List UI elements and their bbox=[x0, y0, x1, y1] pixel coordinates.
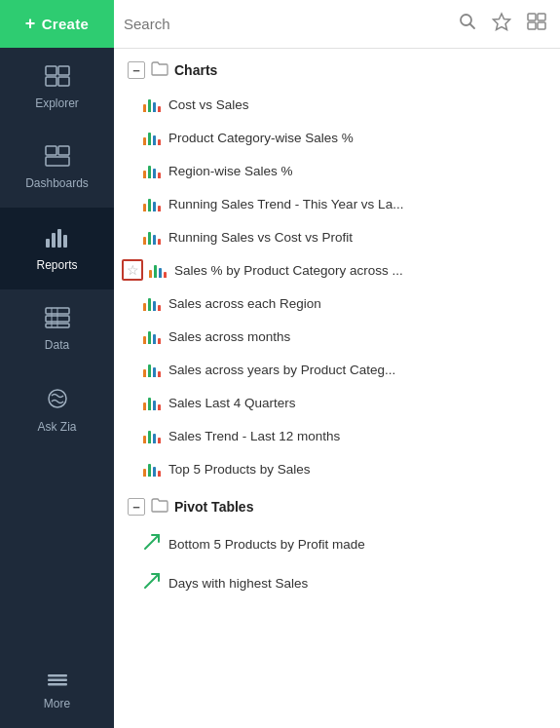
search-input[interactable] bbox=[124, 16, 447, 32]
star-box[interactable]: ☆ bbox=[122, 259, 143, 281]
create-button[interactable]: + Create bbox=[0, 0, 114, 48]
favorites-button[interactable] bbox=[488, 8, 515, 40]
item-label: Cost vs Sales bbox=[168, 97, 546, 112]
pivot-tables-collapse-icon[interactable]: − bbox=[128, 498, 145, 516]
plus-icon: + bbox=[25, 14, 36, 34]
svg-rect-10 bbox=[63, 235, 67, 248]
list-item[interactable]: Sales Trend - Last 12 months bbox=[114, 419, 560, 452]
list-item[interactable]: Sales across months bbox=[114, 320, 560, 353]
main-panel: − Charts Cost vs Sales bbox=[114, 0, 560, 728]
list-item[interactable]: Sales Last 4 Quarters bbox=[114, 386, 560, 419]
reports-label: Reports bbox=[36, 258, 77, 272]
explorer-icon bbox=[45, 65, 70, 91]
chart-bar-icon bbox=[143, 328, 161, 344]
list-item[interactable]: Region-wise Sales % bbox=[114, 154, 560, 187]
charts-title: Charts bbox=[174, 62, 217, 78]
item-label: Product Category-wise Sales % bbox=[168, 131, 546, 145]
sidebar-item-dashboards[interactable]: Dashboards bbox=[0, 128, 114, 208]
svg-rect-23 bbox=[528, 14, 536, 20]
pivot-tables-folder-icon bbox=[151, 497, 168, 517]
ask-zia-icon bbox=[45, 387, 70, 414]
chart-bar-icon bbox=[143, 362, 161, 377]
chart-bar-icon bbox=[143, 196, 161, 211]
svg-rect-2 bbox=[46, 77, 56, 86]
dashboards-label: Dashboards bbox=[25, 176, 89, 190]
item-label: Running Sales Trend - This Year vs La... bbox=[168, 197, 546, 211]
more-label: More bbox=[44, 697, 70, 710]
chart-bar-icon bbox=[143, 96, 161, 112]
sidebar: + Create Explorer Dashboards bbox=[0, 0, 114, 728]
chart-bar-icon bbox=[143, 295, 161, 311]
chart-bar-icon bbox=[143, 395, 161, 410]
item-label: Sales across each Region bbox=[168, 296, 546, 311]
list-item[interactable]: Top 5 Products by Sales bbox=[114, 452, 560, 485]
pivot-tables-section-header: − Pivot Tables bbox=[114, 485, 560, 524]
chart-bar-icon bbox=[143, 163, 161, 178]
list-item[interactable]: Running Sales Trend - This Year vs La... bbox=[114, 187, 560, 220]
sidebar-item-data[interactable]: Data bbox=[0, 289, 114, 369]
svg-line-21 bbox=[470, 24, 475, 29]
svg-rect-24 bbox=[538, 14, 545, 20]
data-label: Data bbox=[45, 338, 69, 352]
svg-rect-18 bbox=[48, 679, 67, 682]
item-label: Bottom 5 Products by Profit made bbox=[168, 537, 546, 552]
item-label: Region-wise Sales % bbox=[168, 164, 546, 178]
svg-marker-22 bbox=[494, 14, 510, 30]
more-icon bbox=[45, 670, 70, 691]
svg-rect-1 bbox=[58, 66, 69, 75]
item-label: Days with highest Sales bbox=[168, 576, 546, 591]
chart-bar-icon bbox=[149, 262, 167, 278]
item-label: Sales across years by Product Categ... bbox=[168, 363, 546, 377]
sidebar-item-explorer[interactable]: Explorer bbox=[0, 48, 114, 128]
item-label: Sales % by Product Category across ... bbox=[174, 263, 546, 278]
create-label: Create bbox=[42, 16, 90, 32]
item-label: Sales Trend - Last 12 months bbox=[168, 429, 546, 443]
pivot-tables-title: Pivot Tables bbox=[174, 499, 253, 515]
charts-section-header: − Charts bbox=[114, 49, 560, 88]
list-item-highlighted[interactable]: ☆ Sales % by Product Category across ... bbox=[114, 253, 560, 287]
svg-rect-26 bbox=[538, 22, 545, 29]
item-label: Sales Last 4 Quarters bbox=[168, 396, 546, 410]
data-icon bbox=[45, 307, 70, 332]
svg-rect-8 bbox=[52, 233, 56, 248]
sidebar-item-ask-zia[interactable]: Ask Zia bbox=[0, 369, 114, 451]
dashboards-icon bbox=[45, 145, 70, 171]
svg-rect-4 bbox=[46, 146, 56, 155]
list-item[interactable]: Sales across each Region bbox=[114, 287, 560, 320]
chart-bar-icon bbox=[143, 229, 161, 245]
charts-folder-icon bbox=[151, 60, 168, 80]
list-item[interactable]: Product Category-wise Sales % bbox=[114, 121, 560, 154]
charts-collapse-icon[interactable]: − bbox=[128, 61, 145, 79]
item-label: Sales across months bbox=[168, 329, 546, 344]
sidebar-item-reports[interactable]: Reports bbox=[0, 208, 114, 289]
svg-line-28 bbox=[145, 574, 159, 588]
svg-rect-0 bbox=[46, 66, 56, 75]
view-toggle-button[interactable] bbox=[523, 9, 550, 39]
item-label: Top 5 Products by Sales bbox=[168, 462, 546, 477]
svg-rect-9 bbox=[57, 229, 61, 248]
explorer-label: Explorer bbox=[35, 96, 79, 110]
svg-point-16 bbox=[49, 390, 66, 407]
favorite-star-icon: ☆ bbox=[127, 262, 139, 278]
svg-rect-7 bbox=[46, 239, 50, 248]
sidebar-item-more[interactable]: More bbox=[0, 652, 114, 728]
item-label: Running Sales vs Cost vs Profit bbox=[168, 230, 546, 245]
svg-rect-17 bbox=[48, 674, 67, 677]
pivot-chart-icon bbox=[143, 533, 161, 555]
list-item[interactable]: Days with highest Sales bbox=[114, 563, 560, 602]
list-item[interactable]: Cost vs Sales bbox=[114, 88, 560, 121]
list-item[interactable]: Sales across years by Product Categ... bbox=[114, 353, 560, 386]
list-item[interactable]: Bottom 5 Products by Profit made bbox=[114, 524, 560, 563]
svg-line-27 bbox=[145, 535, 159, 549]
chart-bar-icon bbox=[143, 130, 161, 145]
search-button[interactable] bbox=[455, 9, 480, 39]
content-list: − Charts Cost vs Sales bbox=[114, 49, 560, 728]
svg-rect-5 bbox=[58, 146, 69, 155]
ask-zia-label: Ask Zia bbox=[37, 420, 76, 434]
list-item[interactable]: Running Sales vs Cost vs Profit bbox=[114, 220, 560, 253]
svg-rect-25 bbox=[528, 22, 536, 29]
svg-rect-6 bbox=[46, 157, 69, 166]
chart-bar-icon bbox=[143, 428, 161, 443]
reports-icon bbox=[45, 225, 70, 252]
chart-bar-icon bbox=[143, 461, 161, 477]
